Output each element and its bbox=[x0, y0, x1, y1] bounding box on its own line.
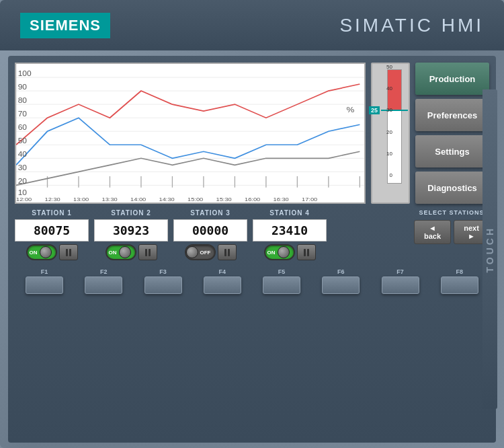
station-4-knob bbox=[278, 246, 290, 258]
fkey-f4-button[interactable] bbox=[204, 276, 241, 294]
station-3-toggle[interactable]: OFF bbox=[185, 244, 216, 260]
stations-row: STATION 1 80075 ON STATION 2 30923 bbox=[15, 209, 489, 260]
fkey-f5-label: F5 bbox=[278, 268, 286, 275]
station-4-pause[interactable] bbox=[297, 244, 316, 260]
svg-text:100: 100 bbox=[18, 70, 32, 77]
svg-text:16:30: 16:30 bbox=[274, 196, 289, 202]
station-2-toggle-label: ON bbox=[107, 250, 119, 256]
svg-text:40: 40 bbox=[18, 151, 27, 158]
station-2-pause[interactable] bbox=[138, 244, 157, 260]
station-4-toggle[interactable]: ON bbox=[264, 244, 295, 260]
touch-side: TOUCH bbox=[482, 89, 497, 409]
station-2-value: 30923 bbox=[94, 219, 168, 241]
screen-bezel: TOUCH bbox=[8, 56, 496, 443]
station-1-pause[interactable] bbox=[59, 244, 78, 260]
fkey-f2-button[interactable] bbox=[85, 276, 122, 294]
settings-button[interactable]: Settings bbox=[415, 135, 489, 167]
fkey-f5: F5 bbox=[263, 268, 300, 294]
fkey-f3: F3 bbox=[144, 268, 182, 294]
fkey-f1-button[interactable] bbox=[26, 276, 63, 294]
fkey-f8: F8 bbox=[441, 268, 478, 294]
back-button[interactable]: ◄ back bbox=[414, 220, 451, 244]
fkey-f6-label: F6 bbox=[337, 268, 345, 275]
fkey-f1: F1 bbox=[26, 268, 63, 294]
station-4-value: 23410 bbox=[253, 219, 327, 241]
diagnostics-button[interactable]: Diagnostics bbox=[415, 172, 489, 204]
pause-bar-1 bbox=[66, 249, 68, 256]
station-1-value: 80075 bbox=[15, 219, 89, 241]
gauge-line bbox=[381, 110, 408, 111]
production-button[interactable]: Production bbox=[415, 63, 489, 95]
station-2-knob bbox=[119, 246, 131, 258]
gauge-panel: 25 50 40 30 20 10 0 bbox=[371, 63, 410, 204]
station-1-controls: ON bbox=[26, 244, 78, 260]
station-3-pause[interactable] bbox=[218, 244, 237, 260]
svg-text:15:30: 15:30 bbox=[216, 196, 232, 202]
fkey-f8-label: F8 bbox=[456, 268, 464, 275]
station-3-value: 00000 bbox=[173, 219, 247, 241]
svg-text:90: 90 bbox=[18, 83, 27, 91]
station-3-toggle-label: OFF bbox=[198, 250, 213, 256]
screen-row-top: 100 90 80 70 60 50 40 30 20 10 12:00 12:… bbox=[15, 63, 489, 204]
svg-text:70: 70 bbox=[18, 110, 27, 118]
station-2-controls: ON bbox=[106, 244, 157, 260]
fkey-f4: F4 bbox=[204, 268, 241, 294]
gauge-value: 25 bbox=[369, 106, 380, 114]
chart-svg: 100 90 80 70 60 50 40 30 20 10 12:00 12:… bbox=[16, 64, 364, 202]
select-stations: SELECT STATIONS ◄ back next ► bbox=[414, 209, 489, 260]
pause-bar-3 bbox=[145, 249, 147, 256]
station-1-toggle-label: ON bbox=[28, 250, 40, 256]
station-2: STATION 2 30923 ON bbox=[94, 209, 168, 260]
fkey-f4-label: F4 bbox=[219, 268, 226, 275]
station-4-toggle-label: ON bbox=[265, 250, 278, 256]
svg-text:13:30: 13:30 bbox=[102, 196, 118, 202]
fkey-f8-button[interactable] bbox=[441, 276, 478, 294]
select-stations-label: SELECT STATIONS bbox=[419, 209, 484, 216]
station-2-label: STATION 2 bbox=[111, 209, 151, 217]
function-keys: F1 F2 F3 F4 F5 F6 bbox=[15, 266, 489, 295]
select-stations-nav: ◄ back next ► bbox=[414, 220, 489, 244]
gauge-pointer: 25 bbox=[381, 110, 408, 111]
svg-text:30: 30 bbox=[18, 164, 27, 172]
station-3-knob bbox=[186, 246, 198, 258]
svg-text:50: 50 bbox=[18, 137, 27, 145]
gauge-labels: 50 40 30 20 10 0 bbox=[386, 64, 392, 178]
fkey-f6: F6 bbox=[322, 268, 360, 294]
svg-text:13:00: 13:00 bbox=[73, 196, 89, 202]
svg-text:14:00: 14:00 bbox=[130, 196, 146, 202]
station-1-knob bbox=[40, 246, 52, 258]
station-3-controls: OFF bbox=[185, 244, 237, 260]
station-4: STATION 4 23410 ON bbox=[253, 209, 327, 260]
svg-text:60: 60 bbox=[18, 124, 27, 131]
svg-text:15:00: 15:00 bbox=[187, 196, 203, 202]
svg-text:16:00: 16:00 bbox=[245, 196, 260, 202]
station-4-controls: ON bbox=[264, 244, 316, 260]
svg-text:12:00: 12:00 bbox=[16, 196, 32, 202]
hmi-device: SIEMENS SIMATIC HMI TOUCH bbox=[0, 0, 504, 448]
top-bar: SIEMENS SIMATIC HMI bbox=[0, 0, 504, 50]
station-3: STATION 3 00000 OFF bbox=[173, 209, 247, 260]
sidebar-buttons: Production Preferences Settings Diagnost… bbox=[415, 63, 489, 204]
fkey-f5-button[interactable] bbox=[263, 276, 300, 294]
siemens-logo: SIEMENS bbox=[20, 13, 110, 38]
svg-text:10: 10 bbox=[18, 189, 27, 196]
station-2-toggle[interactable]: ON bbox=[106, 244, 136, 260]
pause-bar-8 bbox=[307, 249, 309, 256]
svg-text:17:00: 17:00 bbox=[302, 196, 317, 202]
station-1-label: STATION 1 bbox=[32, 209, 72, 217]
station-4-label: STATION 4 bbox=[269, 209, 310, 217]
fkey-f2-label: F2 bbox=[100, 268, 108, 275]
fkey-f6-button[interactable] bbox=[322, 276, 360, 294]
touch-label: TOUCH bbox=[485, 226, 495, 273]
svg-text:80: 80 bbox=[18, 97, 27, 104]
chart-panel: 100 90 80 70 60 50 40 30 20 10 12:00 12:… bbox=[15, 63, 366, 204]
svg-text:20: 20 bbox=[18, 178, 27, 185]
pause-bar-2 bbox=[69, 249, 71, 256]
station-1: STATION 1 80075 ON bbox=[15, 209, 89, 260]
svg-text:12:30: 12:30 bbox=[45, 196, 60, 202]
fkey-f3-button[interactable] bbox=[144, 276, 182, 294]
fkey-f7-button[interactable] bbox=[382, 276, 419, 294]
station-1-toggle[interactable]: ON bbox=[26, 244, 57, 260]
fkey-f1-label: F1 bbox=[41, 268, 48, 275]
preferences-button[interactable]: Preferences bbox=[415, 99, 489, 131]
